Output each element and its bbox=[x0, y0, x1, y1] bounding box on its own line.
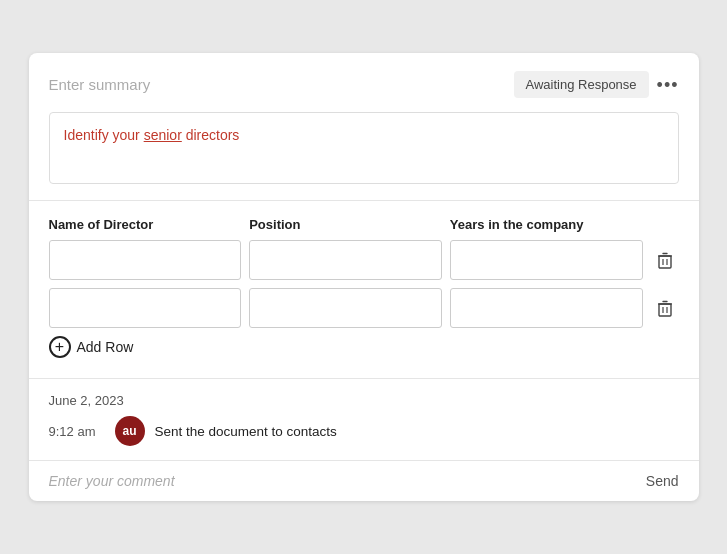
trash-icon bbox=[658, 300, 672, 317]
col-header-position: Position bbox=[249, 217, 442, 232]
more-options-button[interactable]: ••• bbox=[657, 76, 679, 94]
row1-delete-button[interactable] bbox=[651, 252, 679, 269]
top-row: Enter summary Awaiting Response ••• bbox=[49, 71, 679, 98]
row2-years-input[interactable] bbox=[450, 288, 643, 328]
card-top: Enter summary Awaiting Response ••• Iden… bbox=[29, 53, 699, 201]
row2-name-input[interactable] bbox=[49, 288, 242, 328]
question-box: Identify your senior directors bbox=[49, 112, 679, 184]
log-text: Sent the document to contacts bbox=[155, 424, 337, 439]
column-headers: Name of Director Position Years in the c… bbox=[49, 217, 679, 232]
send-button[interactable]: Send bbox=[646, 473, 679, 489]
add-row-button[interactable]: + Add Row bbox=[49, 336, 134, 358]
table-row bbox=[49, 288, 679, 328]
table-section: Name of Director Position Years in the c… bbox=[29, 201, 699, 378]
col-header-years: Years in the company bbox=[450, 217, 643, 232]
underlined-text: senior bbox=[144, 127, 182, 143]
log-entry: 9:12 am au Sent the document to contacts bbox=[49, 416, 679, 446]
svg-rect-5 bbox=[659, 304, 671, 316]
avatar: au bbox=[115, 416, 145, 446]
table-row bbox=[49, 240, 679, 280]
awaiting-response-button[interactable]: Awaiting Response bbox=[514, 71, 649, 98]
row1-position-input[interactable] bbox=[249, 240, 442, 280]
top-actions: Awaiting Response ••• bbox=[514, 71, 679, 98]
comment-placeholder[interactable]: Enter your comment bbox=[49, 473, 646, 489]
log-date: June 2, 2023 bbox=[49, 393, 679, 408]
row1-years-input[interactable] bbox=[450, 240, 643, 280]
log-section: June 2, 2023 9:12 am au Sent the documen… bbox=[29, 378, 699, 460]
trash-icon bbox=[658, 252, 672, 269]
svg-rect-0 bbox=[659, 256, 671, 268]
add-icon: + bbox=[49, 336, 71, 358]
row2-delete-button[interactable] bbox=[651, 300, 679, 317]
row2-position-input[interactable] bbox=[249, 288, 442, 328]
col-header-name: Name of Director bbox=[49, 217, 242, 232]
summary-placeholder: Enter summary bbox=[49, 76, 151, 93]
row1-name-input[interactable] bbox=[49, 240, 242, 280]
add-row-label: Add Row bbox=[77, 339, 134, 355]
log-time: 9:12 am bbox=[49, 424, 105, 439]
main-card: Enter summary Awaiting Response ••• Iden… bbox=[29, 53, 699, 501]
comment-section: Enter your comment Send bbox=[29, 460, 699, 501]
